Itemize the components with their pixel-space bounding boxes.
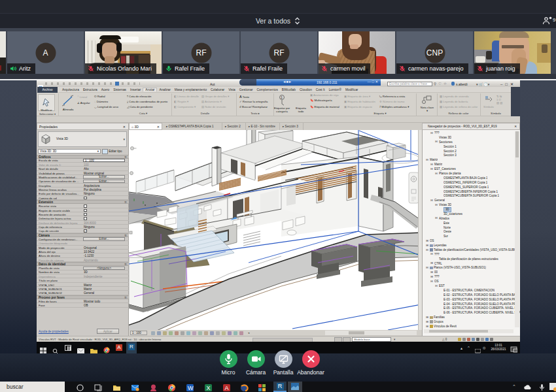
- svg-text:1: 1: [281, 95, 283, 99]
- svg-text:9: 9: [553, 17, 556, 23]
- svg-text:A: A: [225, 385, 229, 391]
- svg-text:X: X: [207, 385, 211, 391]
- svg-text:W: W: [188, 385, 194, 391]
